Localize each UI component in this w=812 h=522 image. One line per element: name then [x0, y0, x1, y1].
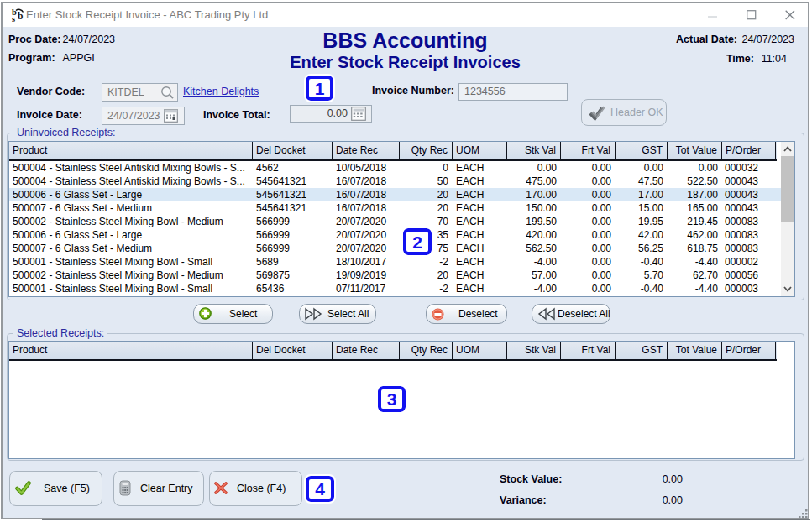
svg-text:b: b	[18, 11, 23, 21]
svg-text:s: s	[12, 14, 15, 23]
